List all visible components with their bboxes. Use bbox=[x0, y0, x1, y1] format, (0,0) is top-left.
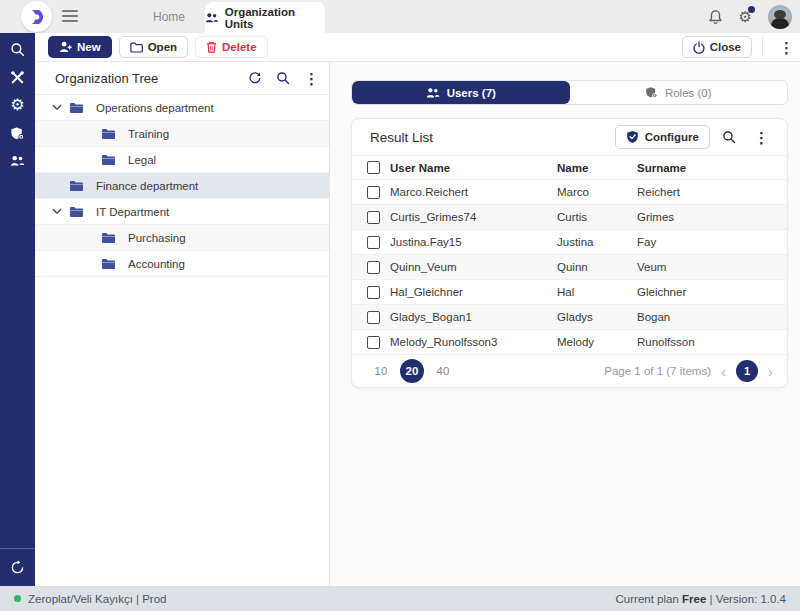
tree-item-label: Purchasing bbox=[128, 232, 186, 244]
cell-name: Gladys bbox=[557, 311, 637, 323]
app-window: Home Organization Units ⚙ bbox=[0, 0, 800, 611]
delete-button[interactable]: Delete bbox=[195, 36, 268, 58]
sidebar-search-icon[interactable] bbox=[0, 35, 35, 63]
tree-item[interactable]: Operations department bbox=[35, 95, 329, 121]
tree-item[interactable]: Purchasing bbox=[35, 225, 329, 251]
row-checkbox[interactable] bbox=[367, 236, 380, 249]
cell-name: Melody bbox=[557, 336, 637, 348]
tree-item[interactable]: Training bbox=[35, 121, 329, 147]
app-logo[interactable] bbox=[21, 1, 52, 32]
table-row[interactable]: Hal_GleichnerHalGleichner bbox=[352, 280, 787, 305]
cell-user-name: Hal_Gleichner bbox=[390, 286, 557, 298]
sidebar-sync-icon[interactable] bbox=[0, 548, 35, 586]
table-row[interactable]: Marco.ReichertMarcoReichert bbox=[352, 180, 787, 205]
table-row[interactable]: Melody_Runolfsson3MelodyRunolfsson bbox=[352, 330, 787, 355]
tree-item[interactable]: Legal bbox=[35, 147, 329, 173]
next-page-icon[interactable]: › bbox=[768, 363, 773, 380]
cell-surname: Fay bbox=[637, 236, 787, 248]
users-icon bbox=[205, 12, 219, 24]
tab-organization-units[interactable]: Organization Units bbox=[205, 2, 325, 33]
tree-header: Organization Tree ⋮ bbox=[35, 62, 329, 95]
close-button[interactable]: Close bbox=[682, 36, 752, 58]
row-checkbox[interactable] bbox=[367, 261, 380, 274]
page-size-option[interactable]: 40 bbox=[430, 360, 456, 382]
row-checkbox[interactable] bbox=[367, 311, 380, 324]
tab-label: Organization Units bbox=[225, 6, 325, 30]
tab-users[interactable]: Users (7) bbox=[352, 81, 570, 104]
card-search-icon[interactable] bbox=[722, 130, 736, 144]
icon-sidebar: ⚙ bbox=[0, 33, 35, 586]
page-info: Page 1 of 1 (7 items) bbox=[604, 365, 711, 377]
prev-page-icon[interactable]: ‹ bbox=[721, 363, 726, 380]
folder-icon bbox=[69, 102, 84, 114]
pagination-bar: 102040 Page 1 of 1 (7 items) ‹ 1 › bbox=[352, 355, 787, 387]
new-button-label: New bbox=[77, 41, 101, 53]
open-button[interactable]: Open bbox=[119, 36, 188, 58]
table-row[interactable]: Justina.Fay15JustinaFay bbox=[352, 230, 787, 255]
col-surname: Surname bbox=[637, 162, 787, 174]
chevron-down-icon[interactable] bbox=[49, 208, 65, 215]
tree-kebab-icon[interactable]: ⋮ bbox=[304, 71, 319, 86]
page-size-option[interactable]: 10 bbox=[368, 360, 394, 382]
cell-name: Curtis bbox=[557, 211, 637, 223]
configure-button[interactable]: Configure bbox=[615, 125, 710, 149]
table-row[interactable]: Quinn_VeumQuinnVeum bbox=[352, 255, 787, 280]
tab-home[interactable]: Home bbox=[140, 0, 198, 33]
cell-surname: Reichert bbox=[637, 186, 787, 198]
folder-icon bbox=[69, 180, 84, 192]
table-row[interactable]: Curtis_Grimes74CurtisGrimes bbox=[352, 205, 787, 230]
tree-item-label: Legal bbox=[128, 154, 156, 166]
tree-search-icon[interactable] bbox=[276, 71, 290, 85]
card-title: Result List bbox=[370, 130, 433, 145]
folder-icon bbox=[130, 42, 143, 53]
users-roles-tabs: Users (7) Roles (0) bbox=[351, 80, 788, 105]
toolbar-kebab-icon[interactable]: ⋮ bbox=[773, 40, 800, 55]
select-all-checkbox[interactable] bbox=[367, 161, 380, 174]
row-checkbox[interactable] bbox=[367, 286, 380, 299]
shield-check-icon bbox=[626, 130, 639, 144]
tenant-user-label: Zeroplat/Veli Kayıkçı | Prod bbox=[28, 593, 167, 605]
folder-icon bbox=[101, 232, 116, 244]
page-size-option[interactable]: 20 bbox=[400, 359, 424, 383]
cell-surname: Bogan bbox=[637, 311, 787, 323]
sidebar-roles-icon[interactable] bbox=[0, 119, 35, 147]
user-avatar[interactable] bbox=[768, 5, 792, 29]
tree-refresh-icon[interactable] bbox=[248, 71, 262, 85]
tree-item[interactable]: IT Department bbox=[35, 199, 329, 225]
organization-tree-panel: Organization Tree ⋮ Operations departmen… bbox=[35, 62, 330, 586]
tab-roles[interactable]: Roles (0) bbox=[570, 81, 788, 104]
cell-surname: Runolfsson bbox=[637, 336, 787, 348]
card-kebab-icon[interactable]: ⋮ bbox=[748, 130, 775, 145]
table-row[interactable]: Gladys_Bogan1GladysBogan bbox=[352, 305, 787, 330]
plan-version-label: Current plan Free | Version: 1.0.4 bbox=[616, 593, 786, 605]
current-page-button[interactable]: 1 bbox=[736, 360, 758, 382]
table-header-row: User Name Name Surname bbox=[352, 155, 787, 180]
sidebar-users-icon[interactable] bbox=[0, 147, 35, 175]
cell-surname: Grimes bbox=[637, 211, 787, 223]
new-button[interactable]: New bbox=[48, 36, 112, 58]
tree-item[interactable]: Accounting bbox=[35, 251, 329, 277]
user-plus-icon bbox=[59, 41, 72, 53]
org-tree-list: Operations departmentTrainingLegalFinanc… bbox=[35, 95, 329, 277]
cell-name: Justina bbox=[557, 236, 637, 248]
roles-icon bbox=[645, 86, 658, 99]
menu-toggle-icon[interactable] bbox=[62, 10, 78, 23]
sidebar-tools-icon[interactable] bbox=[0, 63, 35, 91]
row-checkbox[interactable] bbox=[367, 211, 380, 224]
status-bar: Zeroplat/Veli Kayıkçı | Prod Current pla… bbox=[0, 586, 800, 611]
tab-users-label: Users (7) bbox=[447, 87, 496, 99]
sidebar-settings-icon[interactable]: ⚙ bbox=[0, 91, 35, 119]
chevron-down-icon[interactable] bbox=[49, 104, 65, 111]
folder-icon bbox=[101, 128, 116, 140]
tree-item[interactable]: Finance department bbox=[35, 173, 329, 199]
toolbar-divider bbox=[762, 38, 763, 56]
open-button-label: Open bbox=[148, 41, 177, 53]
cell-user-name: Melody_Runolfsson3 bbox=[390, 336, 557, 348]
notifications-bell-icon[interactable] bbox=[708, 9, 723, 25]
row-checkbox[interactable] bbox=[367, 186, 380, 199]
cell-user-name: Marco.Reichert bbox=[390, 186, 557, 198]
top-header: Home Organization Units ⚙ bbox=[0, 0, 800, 33]
row-checkbox[interactable] bbox=[367, 336, 380, 349]
cell-name: Quinn bbox=[557, 261, 637, 273]
settings-gear-icon[interactable]: ⚙ bbox=[739, 9, 752, 24]
